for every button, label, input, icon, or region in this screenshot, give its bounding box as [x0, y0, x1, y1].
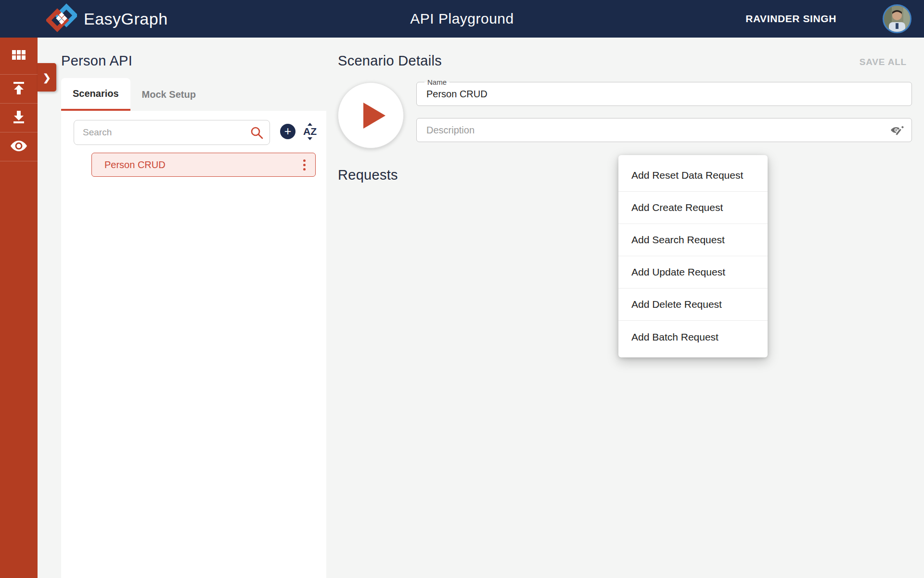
- search-icon[interactable]: [250, 126, 263, 141]
- apps-grid-button[interactable]: [0, 38, 38, 75]
- menu-item-add-batch-request[interactable]: Add Batch Request: [618, 321, 768, 353]
- sort-alpha-button[interactable]: AZ: [301, 122, 319, 141]
- upload-icon: [12, 82, 26, 96]
- menu-item-add-reset-data-request[interactable]: Add Reset Data Request: [618, 159, 768, 192]
- icon-rail: [0, 38, 38, 578]
- plus-icon: +: [284, 125, 292, 137]
- left-panel: Person API Scenarios Mock Setup + AZ Per…: [38, 38, 326, 578]
- chevron-right-icon: ❯: [43, 72, 51, 83]
- run-scenario-button[interactable]: [338, 82, 404, 148]
- menu-item-add-delete-request[interactable]: Add Delete Request: [618, 289, 768, 321]
- user-menu[interactable]: RAVINDER SINGH: [745, 0, 874, 38]
- download-button[interactable]: [0, 104, 38, 132]
- name-field-label: Name: [424, 78, 449, 87]
- panel-expand-toggle[interactable]: ❯: [38, 63, 56, 92]
- search-input[interactable]: [74, 120, 270, 145]
- menu-item-add-update-request[interactable]: Add Update Request: [618, 256, 768, 289]
- sort-asc-icon: [308, 123, 312, 126]
- requests-title: Requests: [338, 167, 398, 183]
- eye-icon: [11, 141, 27, 153]
- sort-desc-icon: [308, 137, 312, 140]
- menu-item-add-create-request[interactable]: Add Create Request: [618, 192, 768, 224]
- tab-scenarios[interactable]: Scenarios: [61, 78, 130, 111]
- main-area: Scenario Details SAVE ALL Name Requests …: [326, 38, 924, 578]
- easygraph-logo-icon: [46, 2, 77, 36]
- name-input[interactable]: [417, 82, 911, 105]
- description-field-wrap: [416, 118, 912, 142]
- menu-item-add-search-request[interactable]: Add Search Request: [618, 224, 768, 256]
- avatar: [883, 4, 911, 33]
- scenario-name: Person CRUD: [104, 159, 301, 171]
- save-all-button[interactable]: SAVE ALL: [860, 57, 907, 67]
- brand-name: EasyGraph: [84, 10, 168, 28]
- panel-tabs: Scenarios Mock Setup: [61, 78, 207, 111]
- sort-alpha-label: AZ: [303, 126, 317, 137]
- scenarios-tab-content: + AZ Person CRUD: [61, 111, 326, 578]
- scenario-list-item[interactable]: Person CRUD: [91, 153, 316, 177]
- upload-button[interactable]: [0, 75, 38, 104]
- tab-mock-setup[interactable]: Mock Setup: [130, 78, 207, 111]
- preview-edit-icon[interactable]: [891, 124, 904, 139]
- add-request-menu: Add Reset Data Request Add Create Reques…: [618, 155, 768, 357]
- top-app-bar: EasyGraph API Playground RAVINDER SINGH: [0, 0, 924, 38]
- scenario-details-title: Scenario Details: [338, 53, 442, 69]
- brand[interactable]: EasyGraph: [46, 0, 168, 38]
- apps-grid-icon: [12, 50, 26, 62]
- preview-button[interactable]: [0, 132, 38, 161]
- play-icon: [363, 103, 385, 129]
- api-title: Person API: [61, 53, 132, 69]
- user-name: RAVINDER SINGH: [745, 13, 836, 25]
- add-scenario-button[interactable]: +: [280, 124, 295, 139]
- page-title: API Playground: [410, 11, 513, 27]
- download-icon: [12, 111, 26, 125]
- kebab-menu-icon[interactable]: [301, 157, 308, 173]
- name-field-wrap: Name: [416, 82, 912, 106]
- description-input[interactable]: [417, 118, 911, 142]
- search-field-wrap: [74, 120, 270, 145]
